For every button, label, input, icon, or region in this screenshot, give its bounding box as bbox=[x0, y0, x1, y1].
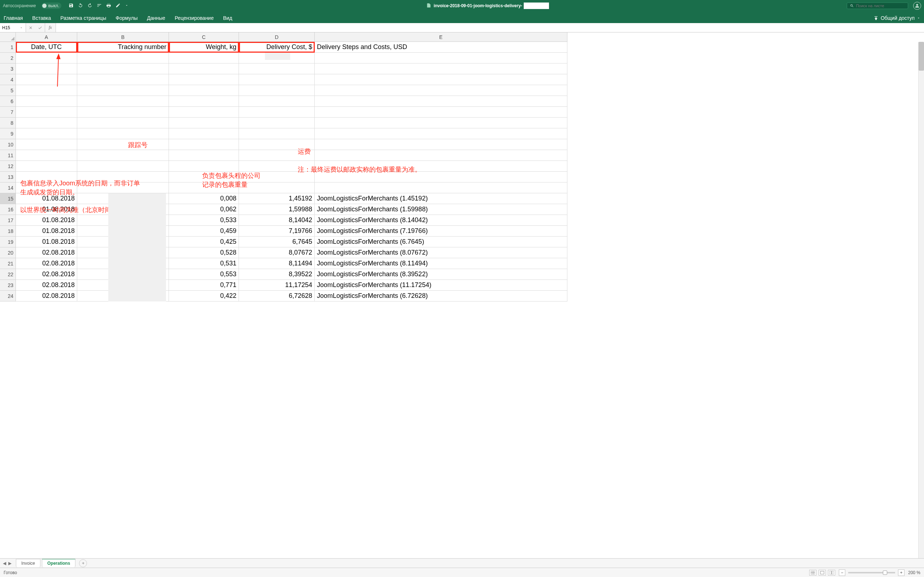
cell[interactable] bbox=[77, 96, 169, 107]
cell[interactable]: 02.08.2018 bbox=[16, 280, 77, 291]
col-header-B[interactable]: B bbox=[77, 32, 169, 42]
cell[interactable]: 0,533 bbox=[169, 215, 239, 226]
row-header[interactable]: 13 bbox=[0, 172, 16, 182]
view-page-layout-icon[interactable] bbox=[819, 570, 826, 575]
cell[interactable] bbox=[16, 85, 77, 96]
sheet-prev-icon[interactable]: ◀ bbox=[3, 561, 6, 566]
print-icon[interactable] bbox=[106, 3, 111, 9]
row-header[interactable]: 5 bbox=[0, 85, 16, 96]
cell[interactable]: 1,45192 bbox=[239, 193, 315, 204]
cell[interactable]: 0,531 bbox=[169, 258, 239, 269]
sheet-tab-operations[interactable]: Operations bbox=[42, 559, 76, 567]
row-header[interactable]: 11 bbox=[0, 150, 16, 161]
fx-label[interactable]: fx bbox=[45, 23, 56, 32]
cell[interactable] bbox=[169, 107, 239, 118]
cell[interactable] bbox=[16, 161, 77, 172]
row-header[interactable]: 10 bbox=[0, 139, 16, 150]
edit-icon[interactable] bbox=[115, 3, 121, 9]
row-header[interactable]: 14 bbox=[0, 182, 16, 193]
cell[interactable]: 01.08.2018 bbox=[16, 215, 77, 226]
sort-icon[interactable] bbox=[97, 3, 102, 9]
cell[interactable] bbox=[239, 107, 315, 118]
cell[interactable] bbox=[169, 96, 239, 107]
zoom-in-button[interactable]: + bbox=[898, 569, 905, 576]
view-page-break-icon[interactable] bbox=[828, 570, 835, 575]
cell[interactable]: Delivery Steps and Costs, USD bbox=[315, 42, 567, 53]
cell[interactable] bbox=[315, 85, 567, 96]
cell[interactable] bbox=[77, 150, 169, 161]
cell[interactable] bbox=[16, 96, 77, 107]
sheet-search-input[interactable] bbox=[856, 3, 905, 8]
cell[interactable] bbox=[169, 161, 239, 172]
cell[interactable] bbox=[77, 74, 169, 85]
cell[interactable] bbox=[77, 161, 169, 172]
row-header[interactable]: 8 bbox=[0, 118, 16, 128]
cell[interactable] bbox=[77, 118, 169, 128]
row-header[interactable]: 17 bbox=[0, 215, 16, 226]
cell[interactable] bbox=[169, 85, 239, 96]
cell[interactable] bbox=[77, 139, 169, 150]
cell[interactable] bbox=[315, 74, 567, 85]
cell[interactable]: JoomLogisticsForMerchants (11.17254) bbox=[315, 280, 567, 291]
row-header[interactable]: 3 bbox=[0, 63, 16, 74]
cell[interactable]: JoomLogisticsForMerchants (7.19766) bbox=[315, 226, 567, 237]
cell[interactable] bbox=[239, 96, 315, 107]
cell[interactable]: 02.08.2018 bbox=[16, 258, 77, 269]
cell[interactable]: 0,459 bbox=[169, 226, 239, 237]
cell[interactable]: 8,14042 bbox=[239, 215, 315, 226]
cell[interactable] bbox=[77, 107, 169, 118]
sheet-search[interactable] bbox=[847, 3, 908, 9]
sheet-next-icon[interactable]: ▶ bbox=[8, 561, 11, 566]
tab-review[interactable]: Рецензирование bbox=[175, 15, 214, 21]
row-header[interactable]: 7 bbox=[0, 107, 16, 118]
zoom-out-button[interactable]: − bbox=[839, 569, 845, 576]
cell[interactable] bbox=[239, 118, 315, 128]
formula-input[interactable] bbox=[56, 23, 924, 32]
cell[interactable]: JoomLogisticsForMerchants (8.14042) bbox=[315, 215, 567, 226]
cell[interactable]: 0,425 bbox=[169, 237, 239, 247]
row-header[interactable]: 1 bbox=[0, 42, 16, 53]
more-icon[interactable] bbox=[125, 3, 129, 9]
cell[interactable] bbox=[77, 63, 169, 74]
cell[interactable] bbox=[16, 118, 77, 128]
cell[interactable] bbox=[239, 63, 315, 74]
cell[interactable] bbox=[169, 63, 239, 74]
cell[interactable]: Weight, kg bbox=[169, 42, 239, 53]
cell[interactable]: Date, UTC bbox=[16, 42, 77, 53]
cell[interactable]: 8,11494 bbox=[239, 258, 315, 269]
cell[interactable]: 0,528 bbox=[169, 247, 239, 258]
row-header[interactable]: 23 bbox=[0, 280, 16, 291]
tab-data[interactable]: Данные bbox=[147, 15, 165, 21]
cell[interactable]: 0,553 bbox=[169, 269, 239, 280]
row-header[interactable]: 2 bbox=[0, 53, 16, 63]
name-box[interactable] bbox=[0, 23, 26, 32]
cell[interactable]: 0,422 bbox=[169, 291, 239, 301]
cell[interactable]: 11,17254 bbox=[239, 280, 315, 291]
cell[interactable]: 8,39522 bbox=[239, 269, 315, 280]
cell[interactable]: JoomLogisticsForMerchants (6.72628) bbox=[315, 291, 567, 301]
share-button[interactable]: Общий доступ bbox=[874, 15, 921, 23]
cell[interactable]: 6,72628 bbox=[239, 291, 315, 301]
row-header[interactable]: 22 bbox=[0, 269, 16, 280]
cell[interactable] bbox=[169, 150, 239, 161]
col-header-C[interactable]: C bbox=[169, 32, 239, 42]
cell[interactable] bbox=[315, 118, 567, 128]
spreadsheet-grid[interactable]: A B C D E 123456789101112131415161718192… bbox=[0, 32, 924, 558]
cell[interactable]: JoomLogisticsForMerchants (8.07672) bbox=[315, 247, 567, 258]
cell[interactable] bbox=[16, 107, 77, 118]
cell[interactable]: Delivery Cost, $ bbox=[239, 42, 315, 53]
cell[interactable] bbox=[315, 139, 567, 150]
col-header-E[interactable]: E bbox=[315, 32, 567, 42]
cell[interactable] bbox=[77, 53, 169, 63]
cell[interactable]: JoomLogisticsForMerchants (8.39522) bbox=[315, 269, 567, 280]
tab-page-layout[interactable]: Разметка страницы bbox=[60, 15, 106, 21]
row-header[interactable]: 21 bbox=[0, 258, 16, 269]
cell[interactable] bbox=[16, 150, 77, 161]
redo-icon[interactable] bbox=[87, 3, 92, 9]
cell[interactable] bbox=[315, 128, 567, 139]
cell[interactable] bbox=[169, 139, 239, 150]
cell[interactable] bbox=[239, 74, 315, 85]
cell[interactable] bbox=[315, 96, 567, 107]
cell[interactable] bbox=[16, 139, 77, 150]
cell[interactable]: 02.08.2018 bbox=[16, 247, 77, 258]
